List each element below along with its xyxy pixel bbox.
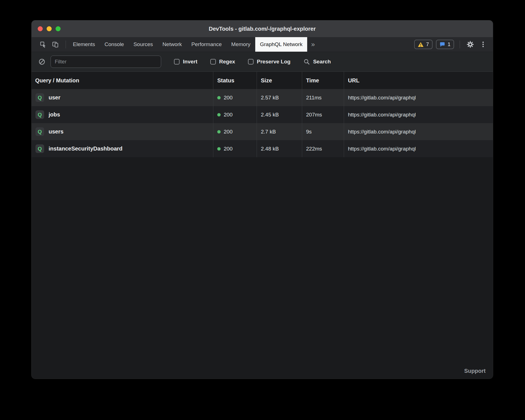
tab-label: Console	[104, 41, 124, 47]
minimize-window-button[interactable]	[47, 26, 52, 31]
time-cell: 207ms	[302, 106, 344, 123]
device-toolbar-icon[interactable]	[51, 40, 60, 49]
column-header-query-mutation: Query / Mutation	[32, 72, 213, 89]
tab-network[interactable]: Network	[158, 37, 187, 52]
divider	[460, 40, 460, 48]
query-name: user	[49, 94, 60, 101]
time-cell: 211ms	[302, 89, 344, 106]
settings-gear-icon[interactable]	[466, 40, 475, 49]
checkbox-box	[210, 59, 216, 65]
status-cell: 200	[213, 106, 257, 123]
request-row-instancesecuritydashboard[interactable]: Q instanceSecurityDashboard 200 2.48 kB …	[32, 140, 493, 157]
query-type-badge: Q	[35, 144, 44, 153]
tab-label: Performance	[191, 41, 222, 47]
size-cell: 2.57 kB	[257, 89, 302, 106]
request-row-user[interactable]: Q user 200 2.57 kB 211ms https://gitlab	[32, 89, 493, 106]
tab-strip-right-controls: 7 1	[414, 37, 493, 52]
status-ok-dot-icon	[217, 130, 221, 133]
tab-sources[interactable]: Sources	[129, 37, 158, 52]
close-window-button[interactable]	[38, 26, 43, 31]
query-name: users	[49, 128, 63, 135]
tab-memory[interactable]: Memory	[226, 37, 255, 52]
checkbox-label: Regex	[219, 59, 235, 65]
status-ok-dot-icon	[217, 96, 221, 99]
tab-performance[interactable]: Performance	[187, 37, 226, 52]
network-toolbar: Invert Regex Preserve Log Search	[32, 52, 493, 72]
query-cell: Q user	[32, 89, 213, 106]
messages-badge[interactable]: 1	[436, 40, 454, 49]
status-ok-dot-icon	[217, 113, 221, 116]
status-ok-dot-icon	[217, 147, 221, 151]
warning-triangle-icon	[418, 42, 424, 47]
size-cell: 2.48 kB	[257, 140, 302, 157]
status-cell: 200	[213, 140, 257, 157]
warning-count: 7	[426, 42, 429, 47]
chevron-double-right-icon: »	[311, 40, 315, 48]
tab-label: Sources	[133, 41, 153, 47]
status-code: 200	[224, 95, 233, 101]
tab-label: Memory	[231, 41, 250, 47]
url-cell: https://gitlab.com/api/graphql	[344, 123, 493, 140]
devtools-tab-strip: Elements Console Sources Network Perform…	[32, 37, 493, 52]
status-code: 200	[224, 112, 233, 118]
checkbox-box	[248, 59, 254, 65]
column-header-url: URL	[344, 72, 493, 89]
traffic-lights	[38, 26, 61, 31]
query-type-badge: Q	[35, 127, 44, 136]
tab-label: Elements	[73, 41, 95, 47]
devtools-window: DevTools - gitlab.com/-/graphql-explorer…	[31, 20, 493, 379]
checkbox-label: Preserve Log	[257, 59, 290, 65]
column-header-size: Size	[257, 72, 302, 89]
message-count: 1	[448, 42, 450, 47]
inspect-element-icon[interactable]	[38, 40, 48, 49]
search-label: Search	[313, 59, 331, 65]
support-link[interactable]: Support	[464, 368, 486, 374]
tab-label: GraphQL Network	[260, 41, 302, 47]
clear-requests-icon[interactable]	[37, 57, 47, 66]
query-cell: Q instanceSecurityDashboard	[32, 140, 213, 157]
tab-graphql-network[interactable]: GraphQL Network	[255, 37, 307, 52]
search-button[interactable]: Search	[303, 58, 331, 65]
status-code: 200	[224, 146, 233, 152]
request-row-users[interactable]: Q users 200 2.7 kB 9s https://gitlab.co	[32, 123, 493, 140]
more-tabs-button[interactable]: »	[307, 37, 319, 52]
status-cell: 200	[213, 89, 257, 106]
checkbox-preserve-log[interactable]: Preserve Log	[248, 59, 290, 65]
size-cell: 2.45 kB	[257, 106, 302, 123]
time-cell: 222ms	[302, 140, 344, 157]
tab-console[interactable]: Console	[100, 37, 129, 52]
warnings-badge[interactable]: 7	[414, 40, 433, 49]
query-type-badge: Q	[35, 93, 44, 102]
tab-elements[interactable]: Elements	[68, 37, 100, 52]
url-cell: https://gitlab.com/api/graphql	[344, 140, 493, 157]
url-cell: https://gitlab.com/api/graphql	[344, 89, 493, 106]
window-title: DevTools - gitlab.com/-/graphql-explorer	[32, 26, 493, 32]
filter-input[interactable]	[51, 56, 161, 68]
size-cell: 2.7 kB	[257, 123, 302, 140]
table-header: Query / Mutation Status Size Time URL	[32, 72, 493, 89]
checkbox-regex[interactable]: Regex	[210, 59, 235, 65]
column-header-status: Status	[213, 72, 257, 89]
divider	[66, 40, 66, 48]
status-cell: 200	[213, 123, 257, 140]
checkbox-label: Invert	[183, 59, 197, 65]
column-header-time: Time	[302, 72, 344, 89]
query-name: jobs	[49, 111, 60, 118]
message-bubble-icon	[440, 42, 445, 47]
query-cell: Q users	[32, 123, 213, 140]
query-name: instanceSecurityDashboard	[49, 145, 123, 152]
query-cell: Q jobs	[32, 106, 213, 123]
checkbox-invert[interactable]: Invert	[174, 59, 197, 65]
checkbox-box	[174, 59, 180, 65]
more-options-icon[interactable]	[478, 40, 488, 49]
requests-panel: Query / Mutation Status Size Time URL Q …	[32, 72, 493, 379]
request-rows: Q user 200 2.57 kB 211ms https://gitlab	[32, 89, 493, 157]
url-cell: https://gitlab.com/api/graphql	[344, 106, 493, 123]
query-type-badge: Q	[35, 110, 44, 119]
request-row-jobs[interactable]: Q jobs 200 2.45 kB 207ms https://gitlab	[32, 106, 493, 123]
zoom-window-button[interactable]	[56, 26, 61, 31]
search-icon	[303, 58, 310, 65]
status-code: 200	[224, 129, 233, 135]
tab-label: Network	[163, 41, 182, 47]
titlebar: DevTools - gitlab.com/-/graphql-explorer	[32, 20, 493, 37]
